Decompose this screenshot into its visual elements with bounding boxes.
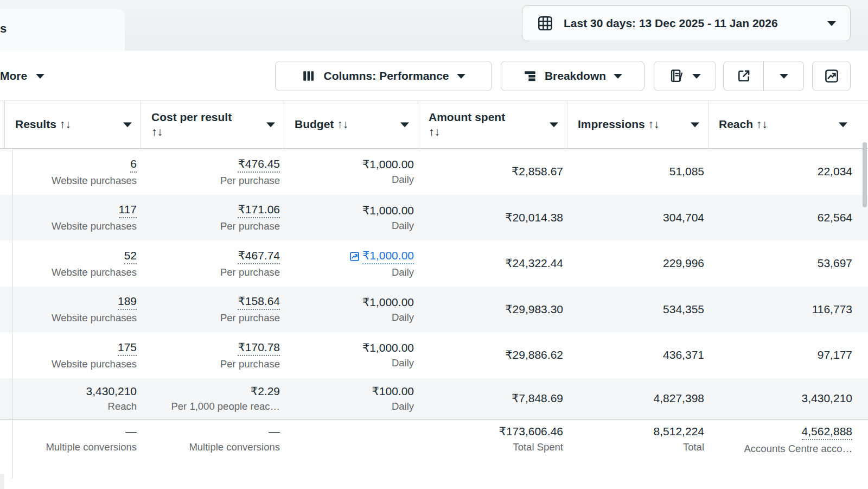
table-end-gutter: [0, 474, 4, 489]
cost-subtext: Per purchase: [220, 266, 280, 278]
chevron-down-icon: [457, 74, 465, 79]
cost-value: ₹2.29: [251, 384, 280, 398]
table-row: 3,430,210Reach₹2.29Per 1,000 people reac…: [0, 378, 868, 419]
chevron-down-icon[interactable]: [839, 122, 847, 127]
toolbar: More Columns: Performance Breakdown: [0, 50, 868, 100]
cost-value-text[interactable]: ₹467.74: [238, 249, 280, 264]
column-header-results[interactable]: Results ↑↓: [4, 101, 141, 148]
more-menu-button[interactable]: More: [0, 61, 44, 91]
results-value: 189: [118, 294, 137, 310]
trend-chart-icon: [824, 68, 840, 84]
frozen-column-sliver: [0, 378, 12, 419]
frozen-column-sliver: [0, 287, 12, 333]
cost-cell: ₹2.29Per 1,000 people reac…: [149, 378, 292, 419]
frozen-column-sliver: [0, 420, 12, 479]
budget-value-text: ₹1,000.00: [362, 341, 414, 355]
frozen-column-sliver: [0, 240, 12, 287]
results-value-text[interactable]: 117: [119, 202, 137, 218]
view-charts-button[interactable]: [812, 61, 851, 91]
cost-cell: ₹476.45Per purchase: [149, 149, 292, 195]
chevron-down-icon[interactable]: [400, 122, 409, 127]
table-row: 52Website purchases₹467.74Per purchase₹1…: [0, 240, 868, 287]
cost-value: ₹170.78: [238, 340, 280, 356]
results-value-text[interactable]: 52: [124, 249, 137, 264]
export-button[interactable]: [724, 61, 763, 91]
export-split-button: [723, 61, 804, 91]
reports-button[interactable]: [654, 61, 716, 91]
reach-value: 97,177: [818, 348, 852, 362]
chevron-down-icon[interactable]: [550, 122, 558, 127]
budget-value-text[interactable]: ₹1,000.00: [362, 249, 414, 264]
budget-cell: ₹1,000.00Daily: [292, 332, 426, 378]
results-value-text[interactable]: 6: [130, 157, 137, 173]
amount_spent-value-text: ₹29,983.30: [505, 302, 563, 316]
chevron-down-icon[interactable]: [266, 122, 275, 127]
column-header-impressions[interactable]: Impressions ↑↓: [567, 101, 708, 148]
cost-cell: ₹171.06Per purchase: [149, 195, 292, 241]
breakdown-button[interactable]: Breakdown: [501, 61, 644, 91]
amount_spent-value-text: ₹29,886.62: [505, 348, 563, 362]
amount_spent-cell: ₹24,322.44: [426, 240, 575, 287]
totals-results-value: —: [125, 424, 137, 439]
cost-value-text[interactable]: ₹170.78: [238, 340, 280, 356]
column-header-label: Impressions ↑↓: [578, 117, 684, 131]
impressions-value-text: 51,085: [669, 164, 704, 179]
amount_spent-value: ₹7,848.69: [512, 391, 563, 405]
cost-value-text[interactable]: ₹476.45: [238, 157, 280, 173]
budget-value-text: ₹1,000.00: [362, 157, 414, 172]
impressions-value: 229,996: [663, 256, 704, 270]
date-range-button[interactable]: Last 30 days: 13 Dec 2025 - 11 Jan 2026: [522, 5, 851, 41]
impressions-value-text: 304,704: [663, 211, 704, 225]
chevron-down-icon[interactable]: [123, 122, 132, 127]
column-header-amount_spent[interactable]: Amount spent↑↓: [418, 101, 567, 148]
column-header-reach[interactable]: Reach ↑↓: [708, 101, 868, 148]
reach-value-text: 3,430,210: [802, 391, 852, 405]
results-value-text: 3,430,210: [86, 384, 137, 398]
amount_spent-value: ₹29,983.30: [505, 302, 563, 316]
table-row: 175Website purchases₹170.78Per purchase₹…: [0, 332, 868, 378]
breakdown-icon: [523, 69, 537, 83]
reach-value-text: 22,034: [818, 164, 852, 179]
cost-subtext: Per purchase: [220, 358, 280, 370]
column-header-cost[interactable]: Cost per result↑↓: [141, 101, 284, 148]
totals-impressions-value: 8,512,224: [654, 424, 704, 439]
budget-value: ₹1,000.00: [362, 204, 414, 218]
amount_spent-value: ₹2,858.67: [512, 164, 563, 179]
impressions-value-text: 229,996: [663, 256, 704, 270]
cost-subtext: Per purchase: [220, 220, 280, 232]
results-cell: 189Website purchases: [12, 287, 149, 333]
totals-cost-cell: — Multiple conversions: [149, 420, 292, 479]
date-range-label: Last 30 days: 13 Dec 2025 - 11 Jan 2026: [564, 17, 778, 30]
results-value: 6: [130, 157, 137, 173]
calendar-grid-icon: [537, 15, 554, 32]
totals-reach-value[interactable]: 4,562,888: [802, 424, 852, 440]
table-header-row: Results ↑↓Cost per result↑↓Budget ↑↓Amou…: [0, 100, 868, 149]
cost-cell: ₹158.64Per purchase: [149, 287, 292, 333]
cost-value-text[interactable]: ₹171.06: [238, 202, 280, 218]
budget-value-text: ₹1,000.00: [362, 204, 414, 218]
cost-value-text[interactable]: ₹158.64: [238, 294, 280, 310]
results-value: 117: [119, 202, 137, 218]
chevron-down-icon: [827, 21, 836, 26]
results-value-text[interactable]: 189: [118, 294, 137, 310]
budget-value-text: ₹100.00: [372, 384, 414, 398]
amount_spent-cell: ₹7,848.69: [426, 378, 575, 419]
columns-button[interactable]: Columns: Performance: [275, 61, 492, 91]
table-totals-row: — Multiple conversions — Multiple conver…: [0, 419, 868, 479]
cost-cell: ₹467.74Per purchase: [149, 240, 292, 287]
chevron-down-icon[interactable]: [691, 122, 699, 127]
column-header-budget[interactable]: Budget ↑↓: [284, 101, 418, 148]
amount_spent-value: ₹24,322.44: [505, 256, 563, 270]
vertical-scrollbar-thumb[interactable]: [863, 142, 867, 207]
cost-value: ₹476.45: [238, 157, 280, 173]
export-options-button[interactable]: [763, 61, 803, 91]
column-header-label: Reach ↑↓: [719, 117, 844, 131]
column-header-label: Budget ↑↓: [295, 117, 394, 131]
cost-value: ₹158.64: [238, 294, 280, 310]
totals-reach-sub: Accounts Centre acco…: [744, 443, 852, 455]
table-row: 189Website purchases₹158.64Per purchase₹…: [0, 287, 868, 333]
column-header-label: Amount spent: [429, 110, 543, 124]
tab-ads-partial[interactable]: s: [0, 9, 125, 50]
results-value-text[interactable]: 175: [118, 340, 137, 356]
impressions-value: 436,371: [663, 348, 704, 362]
